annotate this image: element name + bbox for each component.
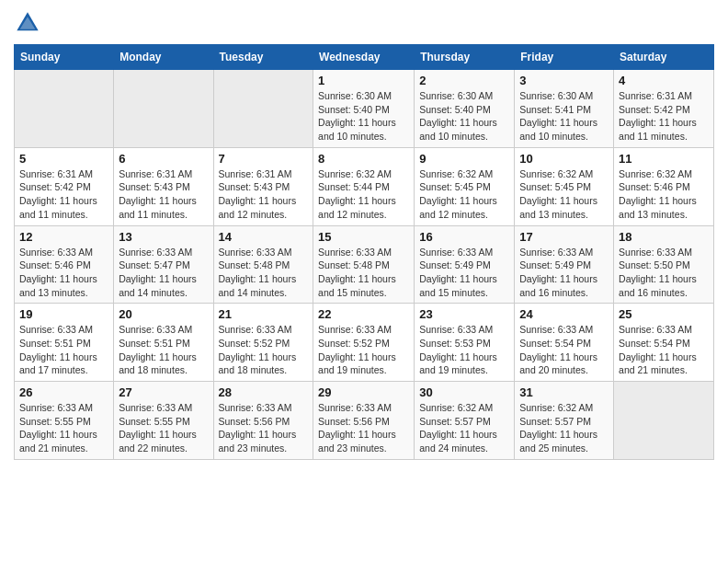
day-info: Sunrise: 6:30 AM Sunset: 5:41 PM Dayligh… — [519, 89, 609, 144]
day-info: Sunrise: 6:33 AM Sunset: 5:47 PM Dayligh… — [119, 246, 208, 300]
day-number: 3 — [519, 74, 609, 87]
day-info: Sunrise: 6:32 AM Sunset: 5:46 PM Dayligh… — [619, 167, 709, 222]
day-info: Sunrise: 6:32 AM Sunset: 5:45 PM Dayligh… — [519, 167, 609, 222]
day-number: 26 — [19, 385, 108, 399]
day-cell: 28Sunrise: 6:33 AM Sunset: 5:56 PM Dayli… — [213, 382, 313, 460]
day-cell: 7Sunrise: 6:31 AM Sunset: 5:43 PM Daylig… — [213, 147, 313, 225]
day-cell: 18Sunrise: 6:33 AM Sunset: 5:50 PM Dayli… — [614, 225, 714, 304]
day-info: Sunrise: 6:31 AM Sunset: 5:43 PM Dayligh… — [219, 167, 309, 222]
header-friday: Friday — [515, 45, 614, 70]
logo — [14, 9, 45, 37]
day-cell: 26Sunrise: 6:33 AM Sunset: 5:55 PM Dayli… — [15, 382, 114, 460]
day-cell: 15Sunrise: 6:33 AM Sunset: 5:48 PM Dayli… — [313, 225, 415, 304]
day-info: Sunrise: 6:33 AM Sunset: 5:49 PM Dayligh… — [419, 246, 509, 300]
day-number: 27 — [119, 385, 208, 399]
day-info: Sunrise: 6:32 AM Sunset: 5:44 PM Dayligh… — [318, 167, 409, 222]
day-cell: 13Sunrise: 6:33 AM Sunset: 5:47 PM Dayli… — [114, 225, 213, 304]
day-info: Sunrise: 6:30 AM Sunset: 5:40 PM Dayligh… — [419, 89, 509, 144]
week-row-3: 12Sunrise: 6:33 AM Sunset: 5:46 PM Dayli… — [15, 225, 714, 304]
day-cell: 2Sunrise: 6:30 AM Sunset: 5:40 PM Daylig… — [415, 70, 515, 148]
calendar-table: SundayMondayTuesdayWednesdayThursdayFrid… — [14, 44, 714, 460]
day-number: 19 — [19, 307, 108, 321]
day-info: Sunrise: 6:33 AM Sunset: 5:55 PM Dayligh… — [119, 401, 208, 455]
day-number: 18 — [619, 230, 709, 244]
day-number: 14 — [219, 230, 309, 244]
day-info: Sunrise: 6:33 AM Sunset: 5:48 PM Dayligh… — [219, 246, 309, 300]
day-cell: 8Sunrise: 6:32 AM Sunset: 5:44 PM Daylig… — [313, 147, 415, 225]
header-thursday: Thursday — [415, 45, 515, 70]
day-cell: 9Sunrise: 6:32 AM Sunset: 5:45 PM Daylig… — [415, 147, 515, 225]
day-number: 22 — [318, 307, 409, 321]
day-cell: 29Sunrise: 6:33 AM Sunset: 5:56 PM Dayli… — [313, 382, 415, 460]
day-info: Sunrise: 6:32 AM Sunset: 5:57 PM Dayligh… — [519, 401, 609, 455]
day-cell — [15, 70, 114, 148]
day-info: Sunrise: 6:30 AM Sunset: 5:40 PM Dayligh… — [318, 89, 409, 144]
day-info: Sunrise: 6:33 AM Sunset: 5:52 PM Dayligh… — [219, 323, 309, 377]
day-info: Sunrise: 6:33 AM Sunset: 5:50 PM Dayligh… — [619, 246, 709, 300]
day-number: 15 — [318, 230, 409, 244]
days-header-row: SundayMondayTuesdayWednesdayThursdayFrid… — [15, 45, 714, 70]
header-monday: Monday — [114, 45, 213, 70]
day-info: Sunrise: 6:33 AM Sunset: 5:51 PM Dayligh… — [19, 323, 108, 377]
header-saturday: Saturday — [614, 45, 714, 70]
header-tuesday: Tuesday — [213, 45, 313, 70]
day-number: 8 — [318, 152, 409, 166]
day-cell: 14Sunrise: 6:33 AM Sunset: 5:48 PM Dayli… — [213, 225, 313, 304]
day-info: Sunrise: 6:31 AM Sunset: 5:43 PM Dayligh… — [119, 167, 208, 222]
day-number: 20 — [119, 307, 208, 321]
day-cell: 30Sunrise: 6:32 AM Sunset: 5:57 PM Dayli… — [415, 382, 515, 460]
day-number: 13 — [119, 230, 208, 244]
day-number: 1 — [318, 74, 409, 87]
day-number: 10 — [519, 152, 609, 166]
day-number: 11 — [619, 152, 709, 166]
day-cell: 11Sunrise: 6:32 AM Sunset: 5:46 PM Dayli… — [614, 147, 714, 225]
day-info: Sunrise: 6:33 AM Sunset: 5:56 PM Dayligh… — [318, 401, 409, 455]
day-cell: 3Sunrise: 6:30 AM Sunset: 5:41 PM Daylig… — [515, 70, 614, 148]
day-number: 16 — [419, 230, 509, 244]
day-cell: 23Sunrise: 6:33 AM Sunset: 5:53 PM Dayli… — [415, 304, 515, 382]
day-number: 30 — [419, 385, 509, 399]
day-cell: 6Sunrise: 6:31 AM Sunset: 5:43 PM Daylig… — [114, 147, 213, 225]
day-cell: 4Sunrise: 6:31 AM Sunset: 5:42 PM Daylig… — [614, 70, 714, 148]
day-number: 31 — [519, 385, 609, 399]
day-info: Sunrise: 6:33 AM Sunset: 5:46 PM Dayligh… — [19, 246, 108, 300]
day-cell: 31Sunrise: 6:32 AM Sunset: 5:57 PM Dayli… — [515, 382, 614, 460]
day-number: 7 — [219, 152, 309, 166]
day-number: 2 — [419, 74, 509, 87]
day-info: Sunrise: 6:33 AM Sunset: 5:54 PM Dayligh… — [619, 323, 709, 377]
day-cell: 27Sunrise: 6:33 AM Sunset: 5:55 PM Dayli… — [114, 382, 213, 460]
day-info: Sunrise: 6:33 AM Sunset: 5:53 PM Dayligh… — [419, 323, 509, 377]
day-info: Sunrise: 6:31 AM Sunset: 5:42 PM Dayligh… — [619, 89, 709, 144]
day-number: 24 — [519, 307, 609, 321]
day-info: Sunrise: 6:33 AM Sunset: 5:49 PM Dayligh… — [519, 246, 609, 300]
day-info: Sunrise: 6:33 AM Sunset: 5:48 PM Dayligh… — [318, 246, 409, 300]
day-cell: 1Sunrise: 6:30 AM Sunset: 5:40 PM Daylig… — [313, 70, 415, 148]
week-row-1: 1Sunrise: 6:30 AM Sunset: 5:40 PM Daylig… — [15, 70, 714, 148]
header-sunday: Sunday — [15, 45, 114, 70]
day-number: 23 — [419, 307, 509, 321]
day-cell: 19Sunrise: 6:33 AM Sunset: 5:51 PM Dayli… — [15, 304, 114, 382]
day-info: Sunrise: 6:33 AM Sunset: 5:56 PM Dayligh… — [219, 401, 309, 455]
header — [14, 9, 714, 37]
day-info: Sunrise: 6:33 AM Sunset: 5:52 PM Dayligh… — [318, 323, 409, 377]
day-info: Sunrise: 6:33 AM Sunset: 5:55 PM Dayligh… — [19, 401, 108, 455]
day-info: Sunrise: 6:33 AM Sunset: 5:54 PM Dayligh… — [519, 323, 609, 377]
day-number: 9 — [419, 152, 509, 166]
header-wednesday: Wednesday — [313, 45, 415, 70]
day-number: 17 — [519, 230, 609, 244]
day-info: Sunrise: 6:32 AM Sunset: 5:57 PM Dayligh… — [419, 401, 509, 455]
day-cell: 10Sunrise: 6:32 AM Sunset: 5:45 PM Dayli… — [515, 147, 614, 225]
day-info: Sunrise: 6:33 AM Sunset: 5:51 PM Dayligh… — [119, 323, 208, 377]
week-row-4: 19Sunrise: 6:33 AM Sunset: 5:51 PM Dayli… — [15, 304, 714, 382]
day-number: 25 — [619, 307, 709, 321]
day-number: 28 — [219, 385, 309, 399]
day-number: 21 — [219, 307, 309, 321]
logo-icon — [14, 9, 41, 37]
day-cell: 25Sunrise: 6:33 AM Sunset: 5:54 PM Dayli… — [614, 304, 714, 382]
day-cell — [114, 70, 213, 148]
day-cell: 12Sunrise: 6:33 AM Sunset: 5:46 PM Dayli… — [15, 225, 114, 304]
day-cell: 24Sunrise: 6:33 AM Sunset: 5:54 PM Dayli… — [515, 304, 614, 382]
day-cell: 16Sunrise: 6:33 AM Sunset: 5:49 PM Dayli… — [415, 225, 515, 304]
day-cell: 22Sunrise: 6:33 AM Sunset: 5:52 PM Dayli… — [313, 304, 415, 382]
day-number: 6 — [119, 152, 208, 166]
